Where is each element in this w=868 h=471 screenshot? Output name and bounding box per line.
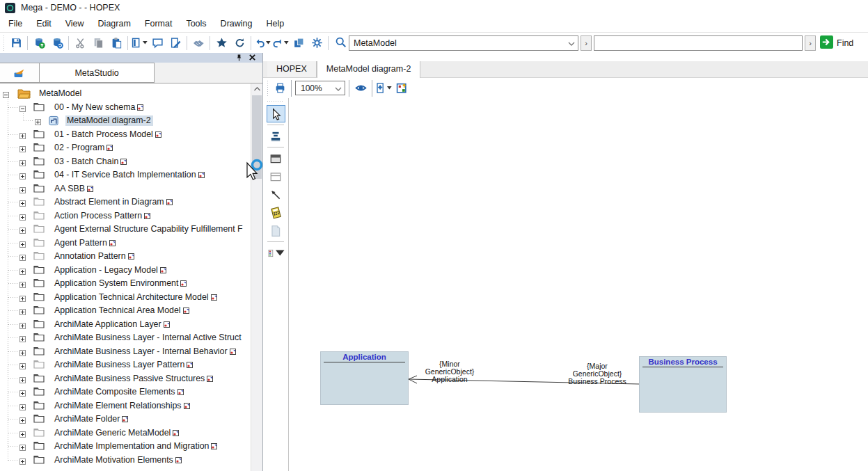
expand-icon[interactable]	[19, 172, 26, 182]
tab-metastudio[interactable]: MetaStudio	[40, 63, 155, 83]
expand-icon[interactable]	[19, 145, 26, 154]
search-query-input[interactable]	[594, 35, 803, 51]
expand-icon[interactable]	[19, 335, 26, 344]
chevron-down-icon[interactable]	[568, 38, 575, 48]
tree-item-label[interactable]: Action Process Pattern	[53, 211, 152, 221]
refresh-database-button[interactable]	[48, 35, 66, 51]
tree-item-label[interactable]: MetaModel diagram-2	[65, 115, 153, 126]
tree-item-label[interactable]: Application Technical Area Model	[53, 305, 191, 316]
tree-item-label[interactable]: Application - Legacy Model	[53, 265, 168, 276]
tree-item-archimate-composite-elements[interactable]: ArchiMate Composite Elements	[0, 385, 262, 399]
tree-item-label[interactable]: 04 - IT Service Batch Implementation	[53, 170, 207, 180]
diagram-canvas[interactable]: {MinorGenericObject}Application{MajorGen…	[289, 98, 868, 471]
tree-item-label[interactable]: ArchiMate Business Layer - Internal Acti…	[53, 333, 244, 343]
tree-item-label[interactable]: 03 - Batch Chain	[53, 157, 129, 167]
edit-properties-button[interactable]	[166, 35, 184, 51]
node-business-process[interactable]: Business Process	[639, 356, 727, 413]
tree-item-02-program[interactable]: 02 - Program	[0, 141, 262, 155]
tree-item-label[interactable]: ArchiMate Business Layer Pattern	[53, 360, 195, 370]
favorites-button[interactable]	[212, 35, 230, 51]
tree-item-label[interactable]: 00 - My New schema	[53, 102, 145, 113]
tree-item-application-legacy-model[interactable]: Application - Legacy Model	[0, 264, 262, 278]
tree-item-application-technical-area-model[interactable]: Application Technical Area Model	[0, 304, 262, 318]
expand-icon[interactable]	[19, 294, 26, 304]
tree-item-archimate-business-layer-internal-active-struct[interactable]: ArchiMate Business Layer - Internal Acti…	[0, 331, 262, 345]
tree-item-label[interactable]: 01 - Batch Process Model	[53, 129, 164, 140]
tree-item-archimate-business-layer-internal-behavior[interactable]: ArchiMate Business Layer - Internal Beha…	[0, 345, 262, 359]
expand-icon[interactable]	[19, 376, 26, 385]
zoom-level-combobox[interactable]: 100%	[295, 81, 345, 95]
diagram-toolbar-grip[interactable]	[266, 81, 269, 96]
tree-item-00-my-new-schema[interactable]: 00 - My New schema	[0, 101, 262, 115]
document-tool-button[interactable]	[267, 222, 285, 239]
tree-item-label[interactable]: ArchiMate Motivation Elements	[53, 455, 184, 465]
tree-item-label[interactable]: ArchiMate Composite Elements	[53, 387, 186, 397]
close-panel-icon[interactable]	[248, 54, 256, 61]
expand-icon[interactable]	[19, 253, 26, 263]
expand-icon[interactable]	[19, 443, 26, 453]
tab-metamodel-diagram-2[interactable]: MetaModel diagram-2	[317, 61, 421, 78]
toolbar-grip[interactable]	[2, 35, 6, 51]
tree-item-label[interactable]: Application System Environment	[53, 278, 189, 289]
comment-button[interactable]	[148, 35, 166, 51]
expand-icon[interactable]	[19, 321, 26, 331]
expand-icon[interactable]	[19, 159, 26, 168]
expand-icon[interactable]	[19, 416, 26, 426]
update-diagram-button[interactable]	[393, 80, 411, 97]
tree-item-label[interactable]: ArchiMate Application Layer	[53, 319, 172, 330]
print-button[interactable]	[271, 80, 289, 97]
collaboration-button[interactable]	[189, 35, 207, 51]
menu-edit[interactable]: Edit	[29, 17, 58, 31]
tree-item-label[interactable]: AA SBB	[53, 184, 95, 194]
expand-icon[interactable]	[19, 199, 26, 209]
expand-icon[interactable]	[19, 389, 26, 399]
expand-icon[interactable]	[19, 308, 26, 317]
tree-item-01-batch-process-model[interactable]: 01 - Batch Process Model	[0, 128, 262, 142]
search-query-go-button[interactable]: ›	[805, 35, 816, 51]
expand-icon[interactable]	[19, 267, 26, 277]
menu-drawing[interactable]: Drawing	[214, 17, 260, 31]
tree-item-archimate-folder[interactable]: ArchiMate Folder	[0, 413, 262, 426]
expand-icon[interactable]	[19, 430, 26, 440]
tree-item-archimate-business-layer-pattern[interactable]: ArchiMate Business Layer Pattern	[0, 358, 262, 372]
expand-icon[interactable]	[19, 457, 26, 467]
frame-box-tool-button[interactable]	[267, 168, 285, 185]
search-scope-combobox[interactable]: MetaModel	[349, 35, 578, 51]
history-button[interactable]	[230, 35, 248, 51]
tree-item-label[interactable]: 02 - Program	[53, 143, 115, 153]
tab-hopex[interactable]: HOPEX	[267, 61, 317, 77]
tree-item-metamodel-diagram-2[interactable]: MetaModel diagram-2	[0, 114, 262, 128]
tree-item-archimate-motivation-elements[interactable]: ArchiMate Motivation Elements	[0, 454, 262, 468]
menu-format[interactable]: Format	[138, 17, 180, 31]
expand-icon[interactable]	[19, 186, 26, 195]
undo-button[interactable]	[253, 35, 271, 51]
node-application[interactable]: Application	[320, 351, 409, 405]
select-tool-button[interactable]	[267, 105, 285, 122]
tree-item-label[interactable]: ArchiMate Folder	[53, 414, 130, 424]
tree-item-aa-sbb[interactable]: AA SBB	[0, 182, 262, 196]
pin-panel-icon[interactable]	[235, 54, 243, 62]
tree-item-label[interactable]: ArchiMate Element Relationships	[53, 401, 192, 411]
connector-label[interactable]: {MajorGenericObject}Business Process	[549, 362, 646, 385]
commit-database-button[interactable]	[30, 35, 48, 51]
link-tool-button[interactable]	[267, 186, 285, 203]
tree-item-agent-pattern[interactable]: Agent Pattern	[0, 237, 262, 250]
expand-icon[interactable]	[19, 280, 26, 290]
tree-item-label[interactable]: ArchiMate Business Passive Structures	[53, 374, 215, 384]
tree-item-agent-external-structure-capability-fulfillement-f[interactable]: Agent External Structure Capability Fulf…	[0, 223, 262, 237]
tree-item-archimate-generic-metamodel[interactable]: ArchiMate Generic MetaModel	[0, 426, 262, 440]
collapse-icon[interactable]	[3, 90, 9, 100]
new-window-button[interactable]	[130, 35, 148, 51]
tree-item-label[interactable]: ArchiMate Implementation and Migration	[53, 441, 219, 452]
menu-tools[interactable]: Tools	[179, 17, 213, 31]
tree-item-abstract-element-in-diagram[interactable]: Abstract Element in Diagram	[0, 195, 262, 209]
chevron-down-icon[interactable]	[335, 83, 342, 93]
expand-icon[interactable]	[19, 131, 26, 141]
format-colors-tool-button[interactable]	[267, 244, 285, 262]
tree-item-action-process-pattern[interactable]: Action Process Pattern	[0, 209, 262, 223]
expand-icon[interactable]	[19, 226, 26, 236]
collapse-icon[interactable]	[19, 104, 26, 114]
redo-button[interactable]	[271, 35, 290, 51]
tree-item-03-batch-chain[interactable]: 03 - Batch Chain	[0, 155, 262, 169]
display-options-button[interactable]	[374, 80, 393, 97]
